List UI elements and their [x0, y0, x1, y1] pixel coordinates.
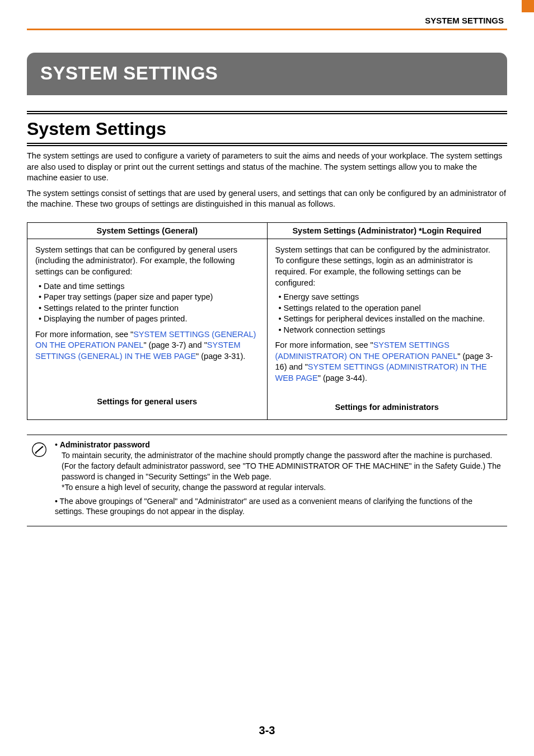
divider-bottom2: [27, 145, 507, 146]
col1-body: System settings that can be configured b…: [27, 239, 268, 391]
section-title: System Settings: [27, 119, 507, 139]
note-body: To maintain security, the administrator …: [55, 450, 503, 482]
col2-header: System Settings (Administrator) *Login R…: [267, 222, 507, 239]
bullet: •: [55, 440, 60, 449]
title-block: SYSTEM SETTINGS: [27, 53, 507, 95]
text: " (page 3-7) and ": [143, 340, 207, 349]
col2-footer: Settings for administrators: [267, 392, 507, 420]
divider-top2: [27, 143, 507, 144]
col1-footer: Settings for general users: [27, 392, 268, 420]
note-body-2: The above groupings of "General" and "Ad…: [55, 497, 472, 516]
note-icon: [31, 442, 47, 458]
text: For more information, see ": [35, 330, 133, 339]
note-content: • Administrator password To maintain sec…: [55, 440, 503, 520]
intro-paragraph-1: The system settings are used to configur…: [27, 151, 507, 184]
col2-bullets: • Energy save settings • Settings relate…: [275, 292, 499, 335]
header-label: SYSTEM SETTINGS: [27, 16, 507, 25]
section-heading: System Settings: [27, 111, 507, 146]
list-item: • Settings related to the operation pane…: [279, 303, 499, 314]
divider-bottom: [27, 113, 507, 114]
text: " (page 3-31).: [196, 352, 245, 361]
list-item: • Displaying the number of pages printed…: [39, 314, 259, 325]
col2-desc: System settings that can be configured b…: [275, 245, 499, 288]
page-title: SYSTEM SETTINGS: [40, 63, 494, 84]
col1-desc: System settings that can be configured b…: [35, 245, 259, 278]
col2-body: System settings that can be configured b…: [267, 239, 507, 391]
settings-table: System Settings (General) System Setting…: [27, 222, 507, 420]
col1-header: System Settings (General): [27, 222, 268, 239]
bullet: •: [55, 497, 60, 506]
col1-more-info: For more information, see "SYSTEM SETTIN…: [35, 329, 259, 362]
note-title: Administrator password: [60, 440, 150, 449]
note-sub: *To ensure a high level of security, cha…: [55, 482, 326, 493]
corner-accent: [522, 0, 534, 12]
text: " (page 3-44).: [318, 374, 367, 382]
note-item-1: • Administrator password To maintain sec…: [55, 440, 503, 492]
list-item: • Settings for peripheral devices instal…: [279, 314, 499, 325]
col2-more-info: For more information, see "SYSTEM SETTIN…: [275, 340, 499, 384]
intro-paragraph-2: The system settings consist of settings …: [27, 188, 507, 210]
page-number: 3-3: [0, 724, 534, 737]
list-item: • Paper tray settings (paper size and pa…: [39, 292, 259, 303]
divider-top: [27, 111, 507, 112]
list-item: • Date and time settings: [39, 281, 259, 292]
note-box: • Administrator password To maintain sec…: [27, 435, 507, 526]
page-header: SYSTEM SETTINGS: [0, 0, 534, 30]
list-item: • Settings related to the printer functi…: [39, 303, 259, 314]
list-item: • Energy save settings: [279, 292, 499, 303]
note-item-2: • The above groupings of "General" and "…: [55, 496, 503, 517]
list-item: • Network connection settings: [279, 325, 499, 336]
col1-bullets: • Date and time settings • Paper tray se…: [35, 281, 259, 325]
text: For more information, see ": [275, 340, 373, 349]
header-underline: [27, 29, 507, 30]
